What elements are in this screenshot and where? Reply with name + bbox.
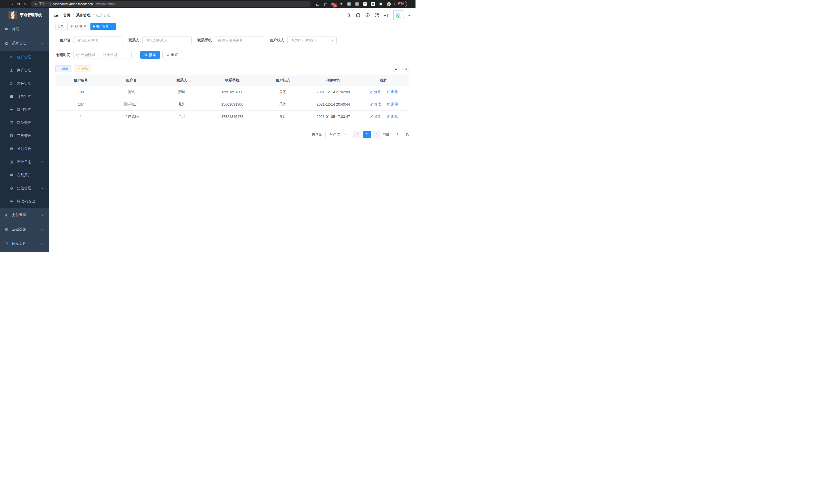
github-icon[interactable] — [355, 12, 361, 18]
chevron-icon — [40, 42, 44, 45]
breadcrumb-item[interactable]: 系统管理 — [70, 13, 90, 18]
sidebar-menu-item[interactable]: 字典管理 — [0, 129, 49, 142]
reset-button[interactable]: 重置 — [163, 51, 182, 59]
refresh-icon — [166, 53, 170, 57]
sidebar-menu-item[interactable]: 菜单管理 — [0, 90, 49, 103]
search-button[interactable]: 搜索 — [140, 51, 160, 59]
extension-chat-icon[interactable] — [371, 2, 375, 6]
sidebar-menu-item[interactable]: 用户管理 — [0, 64, 49, 77]
cell-tenant-name: 芋道源码 — [106, 111, 157, 123]
refresh-table-button[interactable] — [402, 65, 409, 72]
help-icon[interactable] — [365, 13, 370, 18]
add-button[interactable]: + 新增 — [56, 65, 71, 72]
app-logo[interactable]: 芋道管理系统 — [0, 8, 49, 22]
sidebar-menu-item[interactable]: 基础设施 — [0, 222, 49, 237]
menu-item-label: 错误码管理 — [17, 199, 35, 204]
delete-link[interactable]: 删除 — [387, 90, 398, 94]
sidebar-menu-item[interactable]: 错误码管理 — [0, 195, 49, 208]
user-dropdown-caret-icon[interactable] — [408, 14, 410, 16]
extension-command-icon[interactable]: ⌘ — [347, 2, 351, 6]
tenant-name-input[interactable] — [74, 36, 123, 44]
home-icon[interactable]: ⌂ — [24, 2, 26, 6]
back-icon[interactable]: ← — [3, 2, 6, 6]
sidebar-menu-item[interactable]: 支付管理 — [0, 208, 49, 222]
bookmark-star-icon[interactable] — [323, 2, 327, 6]
reset-button-label: 重置 — [171, 53, 178, 57]
menu-item-icon — [9, 121, 13, 125]
reload-icon[interactable]: ↻ — [17, 2, 20, 6]
mobile-input[interactable] — [215, 36, 264, 44]
view-tag[interactable]: 首页 — [55, 23, 66, 30]
sidebar-menu-item[interactable]: 通知公告 — [0, 142, 49, 155]
cell-tenant-id: 1 — [56, 111, 106, 123]
menu-item-label: 短信管理 — [17, 186, 31, 190]
breadcrumb-item[interactable]: 首页 — [63, 13, 70, 18]
green-flag-icon — [372, 3, 374, 5]
menu-item-label: 首页 — [12, 27, 19, 31]
sidebar-menu-item[interactable]: 在线用户 — [0, 169, 49, 182]
edit-pencil-icon — [370, 90, 373, 93]
status-select[interactable] — [287, 36, 337, 44]
edit-link[interactable]: 修改 — [370, 102, 381, 107]
address-bar[interactable]: 不安全 dashboard.yudao.iocoder.cn /system/t… — [31, 1, 311, 7]
date-separator: - — [101, 53, 102, 57]
sidebar-menu-item[interactable]: 部门管理 — [0, 103, 49, 116]
sidebar-menu-item[interactable]: 研发工具 — [0, 237, 49, 251]
menu-item-icon — [9, 68, 13, 72]
sidebar-menu-item[interactable]: 短信管理 — [0, 182, 49, 195]
extension-recorder-icon[interactable] — [354, 2, 359, 6]
trash-icon — [387, 90, 390, 93]
sidebar-menu-item[interactable]: 首页 — [0, 22, 49, 36]
profile-avatar-icon[interactable] — [386, 2, 391, 6]
sidebar-menu-item[interactable]: 角色管理 — [0, 77, 49, 90]
menu-item-label: 支付管理 — [12, 213, 26, 217]
tag-close-icon[interactable]: × — [110, 25, 113, 28]
page-size-select[interactable]: 10条/页 — [325, 131, 351, 138]
page-1-button[interactable]: 1 — [363, 131, 371, 138]
end-date-input[interactable] — [103, 53, 121, 57]
delete-link[interactable]: 删除 — [387, 102, 398, 107]
date-range-picker[interactable]: - — [74, 51, 132, 59]
extensions-puzzle-icon[interactable] — [378, 2, 383, 6]
edit-link[interactable]: 修改 — [370, 90, 381, 94]
tag-close-icon[interactable]: × — [83, 25, 87, 28]
browser-toolbar: ← → ↻ ⌂ 不安全 dashboard.yudao.iocoder.cn /… — [0, 0, 416, 8]
fullscreen-icon[interactable] — [374, 13, 379, 18]
column-header: 创建时间 — [308, 75, 359, 86]
share-icon[interactable] — [316, 2, 320, 6]
active-dot-icon — [93, 25, 95, 28]
delete-link[interactable]: 删除 — [387, 114, 398, 119]
forward-icon[interactable]: → — [10, 2, 13, 6]
font-size-icon[interactable] — [384, 12, 389, 18]
filter-contact: 联系人 — [128, 36, 192, 44]
next-page-button[interactable] — [373, 131, 380, 138]
sidebar-menu-item[interactable]: 审计日志 — [0, 155, 49, 169]
avatar[interactable] — [393, 10, 403, 20]
toggle-search-button[interactable] — [393, 65, 400, 72]
search-icon[interactable] — [346, 13, 351, 18]
sidebar-menu-item[interactable]: 系统管理 — [0, 36, 49, 51]
browser-menu-kebab-icon[interactable]: ⋮ — [409, 2, 413, 6]
chrome-update-button[interactable]: 更新 — [395, 1, 407, 7]
extension-y-icon[interactable]: Y — [363, 2, 367, 6]
cell-tenant-name: 测试租户 — [106, 98, 157, 111]
sidebar-collapse-icon[interactable] — [54, 13, 59, 18]
start-date-input[interactable] — [81, 53, 99, 57]
extension-tab-manager-icon[interactable]: 10 — [331, 2, 335, 6]
goto-page-input[interactable] — [392, 131, 403, 138]
sidebar-menu-item[interactable]: 租户管理 — [0, 51, 49, 64]
column-header: 操作 — [359, 75, 409, 86]
menu-item-icon — [9, 108, 13, 112]
contact-input[interactable] — [142, 36, 192, 44]
export-button[interactable]: 导出 — [74, 65, 91, 72]
menu-item-label: 角色管理 — [17, 81, 31, 86]
view-tag[interactable]: 部门管理 × — [67, 23, 89, 30]
create-time-label: 创建时间 — [56, 53, 70, 57]
sidebar-menu-item[interactable]: 岗位管理 — [0, 116, 49, 129]
edit-link[interactable]: 修改 — [370, 114, 381, 119]
view-tag[interactable]: 租户管理 × — [90, 23, 116, 30]
breadcrumb-item[interactable]: 租户管理 — [90, 13, 111, 18]
extension-kite-icon[interactable] — [339, 2, 343, 6]
prev-page-button[interactable] — [353, 131, 361, 138]
menu-item-icon — [4, 242, 8, 246]
